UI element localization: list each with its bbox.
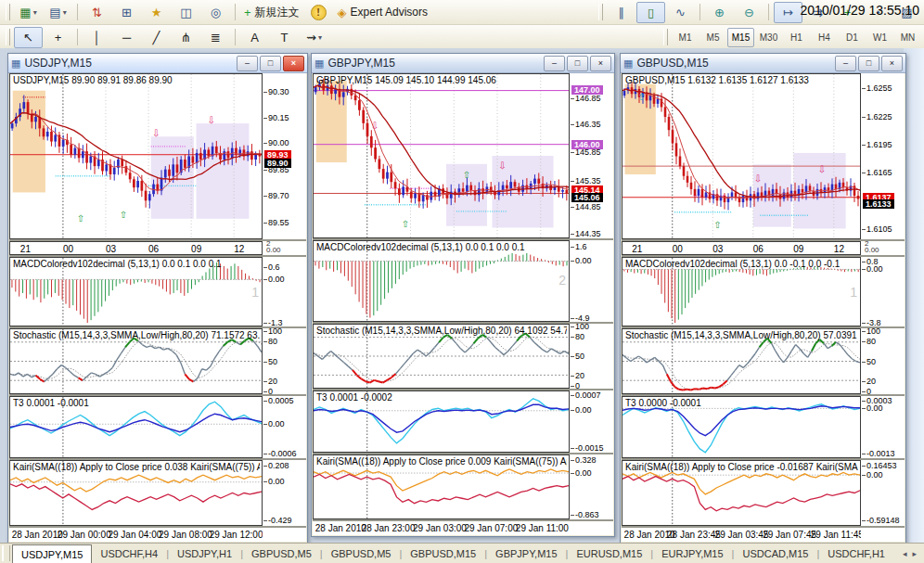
market-watch-button[interactable]: ⇅ bbox=[83, 2, 111, 23]
close-button[interactable]: × bbox=[283, 56, 304, 71]
strategy-tester-icon: ◎ bbox=[211, 6, 221, 19]
chart-tab-eurusd-m15[interactable]: EURUSD,M15 bbox=[568, 544, 650, 563]
chart-tab-usdchf-h1[interactable]: USDCHF,H1 bbox=[819, 544, 893, 563]
timeframe-w1-button[interactable]: W1 bbox=[866, 28, 893, 47]
new-chart-button[interactable]: ▦▾ bbox=[14, 2, 43, 23]
plot-area[interactable]: 28 Jan 201029 Jan 00:0029 Jan 04:0029 Ja… bbox=[9, 528, 263, 542]
candlestick-chart-button[interactable]: ▯ bbox=[636, 2, 665, 23]
auto-scroll-button[interactable]: ↦ bbox=[774, 2, 802, 23]
text-button[interactable]: A bbox=[240, 27, 269, 48]
expert-advisors-icon: ◈ bbox=[338, 6, 347, 19]
tab-scroll-right-icon[interactable]: ▸ bbox=[912, 549, 917, 558]
chart-tab-gbpusd-m5[interactable]: GBPUSD,M5 bbox=[323, 544, 400, 563]
strategy-tester-button[interactable]: ◎ bbox=[201, 2, 230, 23]
timeframe-m1-button[interactable]: M1 bbox=[672, 28, 699, 47]
plot-area[interactable]: MACDColoredv102decimal (5,13,1) 0.0 0.1 … bbox=[313, 240, 570, 322]
tab-scroll-left-icon[interactable]: ◂ bbox=[903, 549, 907, 558]
chart-tab-gbpusd-m15[interactable]: GBPUSD,M15 bbox=[402, 544, 484, 563]
restore-button[interactable]: □ bbox=[260, 56, 281, 71]
horizontal-line-button[interactable]: ─ bbox=[112, 27, 141, 48]
trendline-button[interactable]: ╱ bbox=[142, 27, 171, 48]
close-button[interactable]: × bbox=[881, 56, 903, 71]
plot-area[interactable]: ⇧⇧⇩⇩USDJPY,M15 89.90 89.91 89.86 89.90 bbox=[9, 73, 263, 239]
plot-area[interactable]: T3 0.0000 -0.0001 bbox=[622, 396, 861, 458]
plot-area[interactable]: Kairi(SMA((18)) Apply to Close price -0.… bbox=[622, 460, 861, 526]
new-order-button[interactable]: +新規注文 bbox=[240, 2, 303, 23]
plot-area[interactable]: MACDColoredv102decimal (5,13,1) 0.0 0.1 … bbox=[9, 257, 263, 326]
close-button[interactable]: × bbox=[590, 56, 611, 71]
cursor-button[interactable]: ↖ bbox=[14, 27, 43, 48]
fibonacci-icon: ≣ bbox=[211, 32, 221, 44]
arrows-button[interactable]: ⇝▾ bbox=[300, 27, 328, 48]
stochastic-pane-axis: 1008050200 bbox=[571, 324, 613, 389]
titlebar[interactable]: ▦GBPUSD,M15–□× bbox=[621, 54, 905, 73]
minimize-button[interactable]: – bbox=[835, 56, 856, 71]
chart-tab-eurjpy-m15[interactable]: EURJPY,M15 bbox=[653, 544, 731, 563]
plot-area[interactable]: Stochastic (M15,14,3,3,SMMA,Low/High,80,… bbox=[313, 324, 570, 389]
cursor-icon: ↖ bbox=[23, 32, 33, 44]
timeframe-h1-button[interactable]: H1 bbox=[783, 28, 810, 47]
equidistant-channel-button[interactable]: ⋔ bbox=[172, 27, 200, 48]
plot-area[interactable]: ⇧⇧⇩⇩GBPUSD,M15 1.6132 1.6135 1.6127 1.61… bbox=[622, 73, 861, 239]
plot-canvas[interactable] bbox=[622, 74, 860, 238]
terminal-button[interactable]: ◫ bbox=[172, 2, 200, 23]
timeframe-d1-button[interactable]: D1 bbox=[839, 28, 866, 47]
timeframe-m30-button[interactable]: M30 bbox=[755, 28, 782, 47]
timeframe-h4-button[interactable]: H4 bbox=[811, 28, 838, 47]
time-label: 12 bbox=[234, 244, 244, 254]
timeframe-m5-button[interactable]: M5 bbox=[699, 28, 726, 47]
fibonacci-button[interactable]: ≣ bbox=[201, 27, 230, 48]
date-label: 29 Jan 04:00 bbox=[108, 530, 161, 540]
alert-button[interactable]: ! bbox=[304, 2, 333, 23]
plot-canvas[interactable] bbox=[10, 74, 262, 238]
timeframe-mn-button[interactable]: MN bbox=[894, 28, 921, 47]
titlebar[interactable]: ▦USDJPY,M15–□× bbox=[8, 54, 307, 73]
minimize-button[interactable]: – bbox=[237, 56, 258, 71]
restore-button[interactable]: □ bbox=[858, 56, 879, 71]
plot-area[interactable]: Kairi(SMA((18)) Apply to Close price 0.0… bbox=[313, 454, 570, 519]
chart-tab-gbpjpy-m15[interactable]: GBPJPY,M15 bbox=[487, 544, 565, 563]
plot-area[interactable]: T3 0.0001 -0.0002 bbox=[313, 390, 570, 453]
plot-area[interactable]: T3 0.0001 -0.0001 bbox=[9, 396, 263, 458]
axis-tick: 144.85 bbox=[575, 202, 601, 211]
plot-area[interactable]: 210003060912 bbox=[622, 241, 861, 255]
navigator-button[interactable]: ★ bbox=[142, 2, 171, 23]
alert-icon: ! bbox=[311, 5, 327, 20]
crosshair-button[interactable]: + bbox=[44, 27, 72, 48]
chart-tab-usdjpy-h1[interactable]: USDJPY,H1 bbox=[169, 544, 240, 563]
bar-chart-button[interactable]: ∥ bbox=[607, 2, 635, 23]
timeframe-m15-button[interactable]: M15 bbox=[727, 28, 754, 47]
profiles-button[interactable]: ▤▾ bbox=[44, 2, 72, 23]
chart-tab-usdjpy-m15[interactable]: USDJPY,M15 bbox=[12, 544, 92, 563]
minimize-button[interactable]: – bbox=[544, 56, 565, 71]
main-chart-pane-axis: 146.85146.35145.85145.35144.85144.35147.… bbox=[571, 73, 613, 238]
time-label: 21 bbox=[632, 244, 642, 254]
indicator-label: MACDColoredv102decimal (5,13,1) 0.0 -0.1… bbox=[625, 259, 858, 269]
zoom-out-button[interactable]: ⊖ bbox=[735, 2, 764, 23]
plot-area[interactable]: 28 Jan 201028 Jan 23:4529 Jan 03:4529 Ja… bbox=[622, 528, 861, 542]
chart-tab-usdcad-m15[interactable]: USDCAD,M15 bbox=[734, 544, 816, 563]
plot-area[interactable]: ⇧⇧⇩⇩GBPJPY,M15 145.09 145.10 144.99 145.… bbox=[313, 73, 570, 238]
vertical-line-button[interactable]: │ bbox=[83, 27, 111, 48]
plot-area[interactable]: 210003060912 bbox=[9, 241, 263, 255]
plot-area[interactable]: Stochastic (M15,14,3,3,SMMA,Low/High,80,… bbox=[622, 328, 861, 394]
date-scale-pane: 28 Jan 201028 Jan 23:0029 Jan 03:0029 Ja… bbox=[313, 521, 613, 535]
plot-area[interactable]: MACDColoredv102decimal (5,13,1) 0.0 -0.1… bbox=[622, 257, 861, 326]
chart-tab-usdchf-h4[interactable]: USDCHF,H4 bbox=[92, 544, 166, 563]
chart-tab-gbpusd-m5[interactable]: GBPUSD,M5 bbox=[243, 544, 320, 563]
signal-arrow-icon: ⇩ bbox=[371, 122, 379, 131]
text-label-button[interactable]: T bbox=[270, 27, 299, 48]
titlebar[interactable]: ▦GBPJPY,M15–□× bbox=[312, 54, 614, 73]
plot-canvas[interactable] bbox=[314, 241, 569, 321]
line-chart-button[interactable]: ∿ bbox=[666, 2, 695, 23]
plot-canvas[interactable] bbox=[314, 74, 569, 237]
plot-area[interactable]: Stochastic (M15,14,3,3,SMMA,Low/High,80,… bbox=[9, 328, 263, 394]
plot-area[interactable]: Kairi(SMA((18)) Apply to Close price 0.0… bbox=[9, 460, 263, 526]
data-window-button[interactable]: ⊞ bbox=[112, 2, 141, 23]
zoom-in-button[interactable]: ⊕ bbox=[705, 2, 734, 23]
expert-advisors-button[interactable]: ◈Expert Advisors bbox=[334, 2, 431, 23]
plot-area[interactable]: 28 Jan 201028 Jan 23:0029 Jan 03:0029 Ja… bbox=[313, 521, 570, 535]
window-title: GBPUSD,M15 bbox=[636, 57, 831, 70]
indicator-label: Stochastic (M15,14,3,3,SMMA,Low/High,80,… bbox=[13, 330, 260, 340]
restore-button[interactable]: □ bbox=[567, 56, 588, 71]
